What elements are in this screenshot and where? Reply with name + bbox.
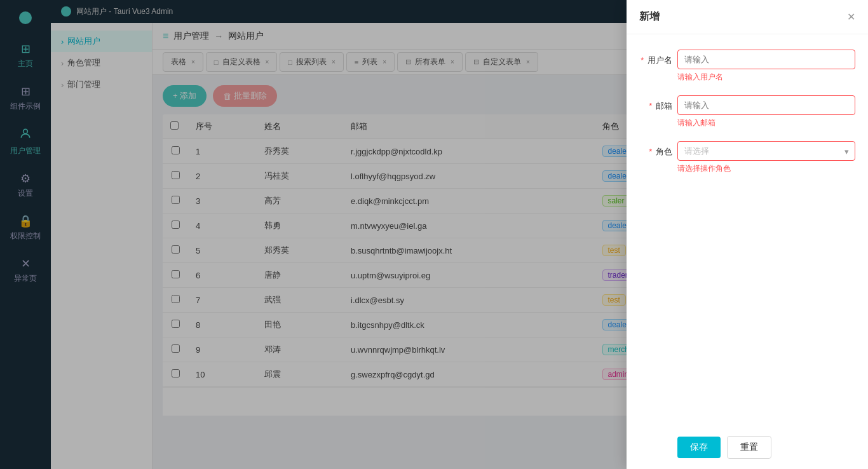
save-button[interactable]: 保存 (677, 437, 721, 458)
dialog-body: * 用户名 请输入用户名 * 邮箱 请输入邮箱 (627, 34, 868, 426)
email-hint: 请输入邮箱 (677, 118, 855, 128)
dialog-footer: 保存 重置 (627, 426, 868, 469)
username-required-mark: * (641, 55, 644, 65)
username-input-col: 请输入用户名 (677, 50, 855, 83)
form-item-email: * 邮箱 请输入邮箱 (639, 95, 855, 128)
add-user-dialog: 新增 ✕ * 用户名 请输入用户名 * 邮箱 (627, 0, 868, 469)
role-select[interactable]: 请选择 dealer saler test trader merchant ad… (677, 141, 855, 161)
form-item-username: * 用户名 请输入用户名 (639, 50, 855, 83)
role-input-col: 请选择 dealer saler test trader merchant ad… (677, 141, 855, 174)
email-label: * 邮箱 (639, 95, 677, 112)
form-item-role: * 角色 请选择 dealer saler test trader mercha… (639, 141, 855, 174)
dialog-close-button[interactable]: ✕ (847, 11, 855, 23)
role-hint: 请选择操作角色 (677, 163, 855, 174)
email-input[interactable] (677, 95, 855, 115)
dialog-header: 新增 ✕ (627, 0, 868, 34)
dialog-title: 新增 (639, 10, 660, 24)
username-hint: 请输入用户名 (677, 72, 855, 83)
email-required-mark: * (649, 101, 652, 111)
role-select-wrapper: 请选择 dealer saler test trader merchant ad… (677, 141, 855, 161)
reset-button[interactable]: 重置 (727, 436, 771, 459)
role-required-mark: * (649, 147, 652, 156)
username-input[interactable] (677, 50, 855, 69)
role-label: * 角色 (639, 141, 677, 158)
email-input-col: 请输入邮箱 (677, 95, 855, 128)
username-label: * 用户名 (639, 50, 677, 66)
